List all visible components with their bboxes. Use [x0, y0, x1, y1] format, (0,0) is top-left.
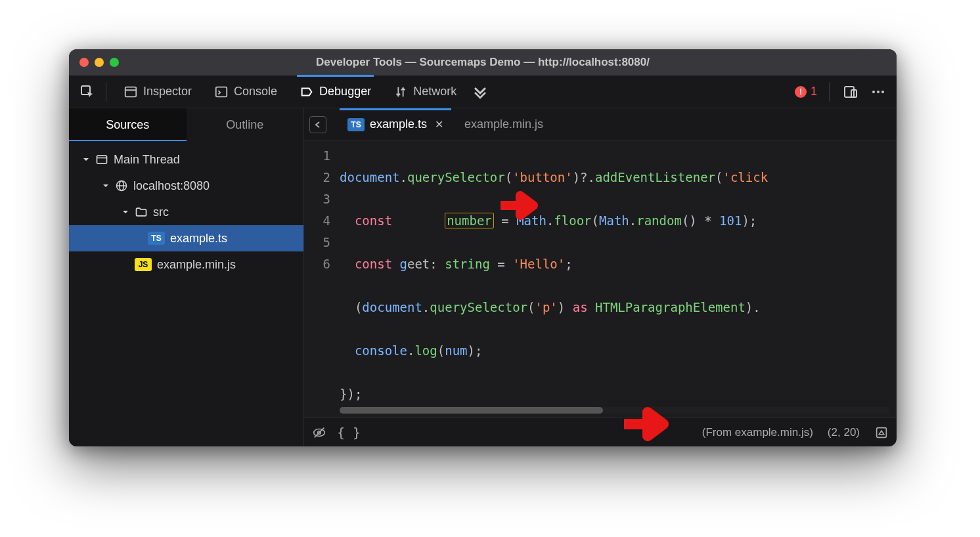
- responsive-mode-icon[interactable]: [841, 83, 860, 101]
- kebab-menu-icon[interactable]: [869, 83, 887, 101]
- debugger-icon: [300, 85, 314, 99]
- tab-label: Sources: [106, 118, 149, 132]
- svg-rect-9: [97, 156, 107, 163]
- devtools-window: Developer Tools — Sourcemaps Demo — http…: [69, 49, 897, 446]
- tree-host[interactable]: localhost:8080: [69, 173, 303, 199]
- blackbox-icon[interactable]: [312, 425, 326, 440]
- tab-label: Network: [413, 85, 457, 98]
- titlebar: Developer Tools — Sourcemaps Demo — http…: [69, 49, 897, 75]
- console-icon: [214, 85, 229, 99]
- overflow-toolbar-icon[interactable]: [471, 83, 489, 101]
- close-tab-icon[interactable]: ✕: [435, 118, 443, 131]
- chevron-down-icon: [122, 208, 129, 216]
- error-icon: !: [795, 86, 807, 98]
- toggle-sidebar-icon[interactable]: [309, 116, 326, 133]
- maximize-window-button[interactable]: [110, 58, 119, 67]
- tab-sources[interactable]: Sources: [69, 108, 187, 141]
- chevron-down-icon: [82, 156, 90, 163]
- tab-label: Inspector: [143, 85, 192, 98]
- folder-icon: [135, 205, 148, 219]
- tab-debugger[interactable]: Debugger: [292, 75, 379, 108]
- tree-main-thread[interactable]: Main Thread: [69, 146, 303, 173]
- error-count: 1: [811, 85, 817, 98]
- separator: [106, 82, 106, 102]
- body-area: Sources Outline Main Thread: [69, 108, 897, 446]
- editor-tab-label: example.min.js: [464, 118, 543, 131]
- line-number: 5: [304, 232, 330, 253]
- scrollbar-thumb[interactable]: [340, 407, 603, 414]
- svg-point-7: [877, 91, 880, 93]
- js-badge-icon: JS: [135, 258, 152, 271]
- line-gutter: 1 2 3 4 5 6: [304, 141, 340, 418]
- globe-icon: [115, 179, 128, 192]
- separator: [829, 82, 830, 102]
- window-title: Developer Tools — Sourcemaps Demo — http…: [69, 56, 897, 69]
- close-window-button[interactable]: [79, 58, 89, 67]
- source-tree: Main Thread localhost:8080: [69, 141, 303, 283]
- tab-inspector[interactable]: Inspector: [116, 75, 200, 108]
- code-line: (document.querySelector('p') as HTMLPara…: [340, 297, 897, 318]
- tree-file-example-min-js[interactable]: JS example.min.js: [69, 251, 303, 278]
- pretty-print-icon[interactable]: { }: [337, 425, 361, 440]
- tab-label: Console: [234, 85, 277, 98]
- element-picker-icon[interactable]: [78, 83, 97, 101]
- error-count-badge[interactable]: ! 1: [795, 85, 817, 98]
- tree-folder-src[interactable]: src: [69, 199, 303, 225]
- line-number: 4: [304, 210, 330, 232]
- tree-file-example-ts[interactable]: TS example.ts: [69, 225, 303, 251]
- svg-point-8: [881, 91, 884, 93]
- line-number: 6: [304, 253, 330, 275]
- sourcemap-origin: (From example.min.js): [702, 426, 813, 439]
- tab-label: Outline: [226, 118, 263, 132]
- code-lines: document.querySelector('button')?.addEve…: [340, 141, 897, 418]
- line-number: 3: [304, 188, 330, 210]
- line-number: 1: [304, 145, 330, 167]
- svg-rect-17: [877, 427, 887, 437]
- tree-label: example.min.js: [157, 258, 236, 272]
- minimize-window-button[interactable]: [95, 58, 104, 67]
- code-line: const geet: string = 'Hello';: [340, 253, 897, 275]
- cursor-position: (2, 20): [828, 426, 860, 439]
- editor-tab-example-min-js[interactable]: example.min.js: [457, 108, 551, 141]
- svg-rect-4: [845, 87, 854, 97]
- tree-label: Main Thread: [114, 153, 180, 167]
- chevron-down-icon: [102, 182, 110, 190]
- editor-tab-example-ts[interactable]: TS example.ts ✕: [340, 108, 451, 141]
- window-icon: [95, 153, 108, 166]
- editor-status-bar: { } (From example.min.js) (2, 20): [304, 418, 897, 446]
- tree-label: src: [153, 205, 169, 219]
- tab-label: Debugger: [319, 85, 371, 98]
- highlighted-token: number: [445, 213, 494, 228]
- tab-outline[interactable]: Outline: [187, 108, 304, 141]
- svg-rect-3: [216, 87, 227, 97]
- svg-point-6: [872, 91, 875, 93]
- tree-label: example.ts: [170, 232, 227, 246]
- line-number: 2: [304, 167, 330, 188]
- tab-network[interactable]: Network: [386, 75, 464, 108]
- network-icon: [393, 85, 408, 99]
- window-controls: [79, 58, 119, 67]
- tree-label: localhost:8080: [133, 179, 210, 193]
- code-line: });: [340, 383, 897, 405]
- ts-badge-icon: TS: [347, 118, 365, 131]
- editor-tabs: TS example.ts ✕ example.min.js: [304, 108, 897, 141]
- sidebar-tabs: Sources Outline: [69, 108, 303, 141]
- tab-console[interactable]: Console: [206, 75, 285, 108]
- editor-tab-label: example.ts: [370, 118, 427, 131]
- inspector-icon: [123, 85, 138, 99]
- code-line: const number = Math.floor(Math.random() …: [340, 210, 897, 232]
- sources-panel: Sources Outline Main Thread: [69, 108, 304, 446]
- horizontal-scrollbar[interactable]: [340, 407, 889, 414]
- code-line: document.querySelector('button')?.addEve…: [340, 167, 897, 188]
- code-editor[interactable]: 1 2 3 4 5 6 document.querySelector('butt…: [304, 141, 897, 418]
- devtools-toolbar: Inspector Console Debugger Network: [69, 75, 897, 108]
- map-scopes-icon[interactable]: [874, 425, 889, 440]
- svg-rect-1: [125, 87, 137, 97]
- code-line: console.log(num);: [340, 340, 897, 362]
- editor-pane: TS example.ts ✕ example.min.js 1 2 3 4 5…: [304, 108, 897, 446]
- ts-badge-icon: TS: [148, 232, 165, 245]
